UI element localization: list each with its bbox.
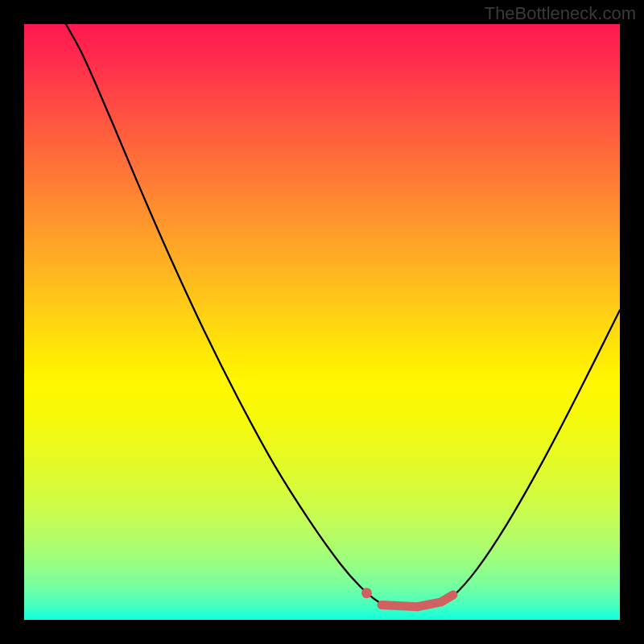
chart-svg — [24, 24, 620, 620]
bottleneck-curve — [66, 24, 620, 609]
chart-plot-area — [24, 24, 620, 620]
watermark-text: TheBottleneck.com — [485, 3, 636, 24]
highlight-marker-dot — [361, 588, 372, 598]
highlight-marker-line — [382, 595, 453, 607]
